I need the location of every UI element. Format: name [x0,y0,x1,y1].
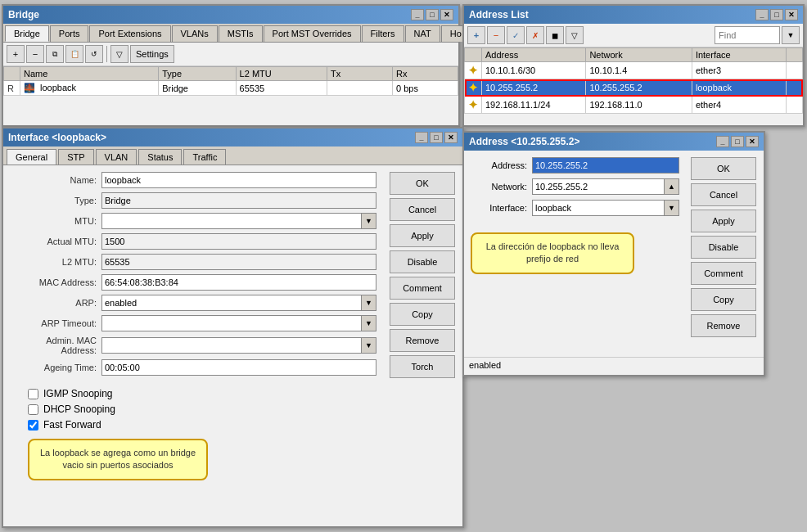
table-row[interactable]: R 🌉 loopback Bridge 65535 0 bps [4,81,458,96]
ok-button[interactable]: OK [390,172,455,195]
addr-dialog-maximize-btn[interactable]: □ [731,136,744,147]
remove-button[interactable]: Remove [390,329,455,352]
mac-label: MAC Address: [11,277,101,287]
admin-mac-input[interactable] [101,337,362,354]
comment-button[interactable]: Comment [390,277,455,300]
fast-forward-checkbox[interactable] [28,420,38,431]
bridge-icon: 🌉 [24,83,35,92]
name-input[interactable] [101,172,376,188]
type-input[interactable] [101,192,376,209]
addr-close-btn[interactable]: ✕ [785,9,798,20]
search-dropdown-btn[interactable]: ▼ [782,26,800,44]
reset-btn[interactable]: ↺ [85,45,103,63]
tab-port-mst[interactable]: Port MST Overrides [264,25,361,42]
addr-minimize-btn[interactable]: _ [755,9,769,20]
tab-port-extensions[interactable]: Port Extensions [89,25,170,42]
copy-button[interactable]: Copy [390,303,455,326]
filter-btn[interactable]: ▽ [110,45,128,63]
tab-ports[interactable]: Ports [50,25,89,42]
addr-row-1-address: 10.10.1.6/30 [482,62,586,79]
addr-col-extra [787,48,803,62]
iface-minimize-btn[interactable]: _ [415,132,428,143]
tab-vlans[interactable]: VLANs [172,25,218,42]
plus-icon-3: ✦ [468,98,478,111]
arp-dropdown-btn[interactable]: ▼ [362,295,376,311]
addr-disable-btn[interactable]: Disable [691,236,756,259]
addr-remove-btn[interactable]: Remove [691,314,756,337]
addr-maximize-btn[interactable]: □ [770,9,783,20]
arp-timeout-dropdown-btn[interactable]: ▼ [362,315,376,331]
addr-dialog-close-btn[interactable]: ✕ [746,136,759,147]
col-rx[interactable]: Rx [393,67,458,81]
col-l2mtu[interactable]: L2 MTU [236,67,327,81]
search-input[interactable] [715,26,780,44]
addr-network-input[interactable] [532,178,665,195]
bridge-minimize-btn[interactable]: _ [411,9,424,20]
tab-filters[interactable]: Filters [362,25,404,42]
addr-add-btn[interactable]: + [467,26,485,44]
bridge-table: Name Type L2 MTU Tx Rx R 🌉 loopback Brid… [3,66,458,96]
col-name[interactable]: Name [20,67,159,81]
settings-btn[interactable]: Settings [130,45,174,63]
addr-remove-btn[interactable]: − [487,26,505,44]
addr-copy-btn[interactable]: Copy [691,288,756,311]
addr-tag-btn[interactable]: ◼ [546,26,564,44]
addr-network-arrow[interactable]: ▲ [665,178,679,195]
tab-status[interactable]: Status [138,149,182,165]
apply-button[interactable]: Apply [390,224,455,247]
addr-interface-input[interactable] [532,200,665,216]
tab-traffic[interactable]: Traffic [183,149,226,165]
copy-btn[interactable]: ⧉ [46,45,64,63]
iface-close-btn[interactable]: ✕ [444,132,458,143]
addr-dialog-minimize-btn[interactable]: _ [716,136,729,147]
col-type[interactable]: Type [159,67,236,81]
ageing-input[interactable] [101,359,376,376]
addr-apply-btn[interactable]: Apply [691,210,756,232]
iface-maximize-btn[interactable]: □ [430,132,443,143]
addr-ok-btn[interactable]: OK [691,157,756,180]
bridge-maximize-btn[interactable]: □ [426,9,439,20]
add-btn[interactable]: + [7,45,25,63]
addr-disable-btn[interactable]: ✗ [526,26,544,44]
addr-col-network[interactable]: Network [586,48,692,62]
col-tx[interactable]: Tx [327,67,393,81]
admin-mac-dropdown-btn[interactable]: ▼ [362,337,376,354]
cancel-button[interactable]: Cancel [390,198,455,221]
arp-timeout-input[interactable] [101,315,362,331]
addr-col-interface[interactable]: Interface [692,48,786,62]
loopback-tooltip: La loopback se agrega como un bridge vac… [28,439,208,480]
igmp-checkbox[interactable] [28,389,38,399]
addr-enable-btn[interactable]: ✓ [507,26,525,44]
arp-input[interactable] [101,295,362,311]
addr-address-input[interactable] [532,157,679,174]
addr-dialog-btn-panel: OK Cancel Apply Disable Comment Copy Rem… [686,151,764,375]
disable-button[interactable]: Disable [390,250,455,273]
mtu-input[interactable] [101,213,362,229]
l2mtu-input[interactable] [101,254,376,270]
bridge-close-btn[interactable]: ✕ [440,9,453,20]
tab-vlan[interactable]: VLAN [96,149,138,165]
tab-general[interactable]: General [7,149,56,165]
address-list-toolbar: + − ✓ ✗ ◼ ▽ ▼ [464,24,803,47]
mac-input[interactable] [101,274,376,291]
addr-row-1[interactable]: ✦ 10.10.1.6/30 10.10.1.4 ether3 [465,62,803,79]
remove-btn[interactable]: − [26,45,44,63]
row-flag: R [4,81,20,96]
addr-row-2[interactable]: ✦ 10.255.255.2 10.255.255.2 loopback [465,79,803,97]
addr-col-address[interactable]: Address [482,48,586,62]
actual-mtu-input[interactable] [101,233,376,250]
addr-row-3[interactable]: ✦ 192.168.11.1/24 192.168.11.0 ether4 [465,97,803,114]
addr-network-label: Network: [471,182,532,192]
tab-nat[interactable]: NAT [405,25,440,42]
tab-stp[interactable]: STP [58,149,93,165]
addr-cancel-btn[interactable]: Cancel [691,183,756,206]
addr-interface-arrow[interactable]: ▼ [665,200,679,216]
tab-bridge[interactable]: Bridge [5,25,49,42]
tab-mstis[interactable]: MSTIs [219,25,263,42]
addr-comment-btn[interactable]: Comment [691,262,756,285]
torch-button[interactable]: Torch [390,355,455,378]
mtu-dropdown-btn[interactable]: ▼ [362,213,376,229]
paste-btn[interactable]: 📋 [65,45,83,63]
addr-filter-btn[interactable]: ▽ [566,26,584,44]
dhcp-checkbox[interactable] [28,404,38,415]
